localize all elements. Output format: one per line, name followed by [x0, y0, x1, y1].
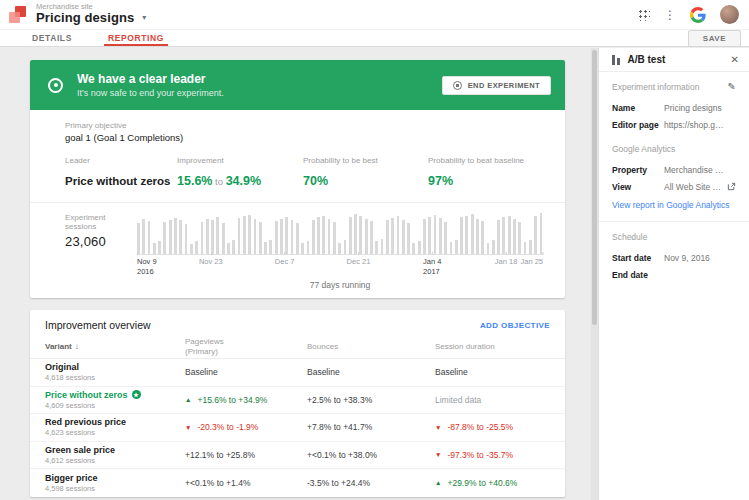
close-icon[interactable]: ✕: [731, 54, 739, 65]
variant-name: Price without zeros★: [45, 390, 185, 400]
stat-probability-to-be-best: Probability to be best70%: [303, 156, 428, 189]
metric-cell: Limited data: [435, 395, 550, 405]
trend-down-icon: ▼: [435, 451, 441, 458]
variant-sessions: 4,598 sessions: [45, 484, 185, 493]
sessions-bar: [534, 216, 537, 254]
x-tick-jan-18: Jan 18: [495, 257, 518, 267]
sessions-bar: [301, 243, 304, 254]
google-logo-icon[interactable]: [690, 7, 706, 23]
sort-descending-icon: ↓: [75, 342, 79, 351]
sessions-bar: [349, 217, 352, 254]
metric-cell: +<0.1% to +38.0%: [307, 450, 435, 460]
sessions-bar: [328, 219, 331, 254]
end-experiment-button[interactable]: END EXPERIMENT: [442, 76, 551, 95]
sessions-bar: [439, 218, 442, 254]
apps-grid-icon[interactable]: [638, 9, 650, 21]
view-report-link[interactable]: View report in Google Analytics: [612, 200, 736, 210]
sessions-bar: [391, 218, 394, 254]
sessions-bar: [259, 222, 262, 254]
scrollbar-thumb[interactable]: [592, 50, 597, 325]
table-row-red-previous-price[interactable]: Red previous price4,623 sessions▼-20.3% …: [30, 414, 565, 442]
overview-title: Improvement overview: [45, 319, 151, 331]
table-row-bigger-price[interactable]: Bigger price4,598 sessions+<0.1% to +1.4…: [30, 469, 565, 497]
open-in-new-icon[interactable]: [727, 182, 736, 191]
x-tick-jan-4: Jan 42017: [423, 257, 441, 277]
variant-cell: Red previous price4,623 sessions: [45, 417, 185, 437]
section-header: Google Analytics: [612, 144, 675, 154]
sessions-bar: [174, 218, 177, 254]
sessions-bar: [471, 214, 474, 254]
sessions-bar: [222, 223, 225, 254]
sessions-bar: [333, 222, 336, 254]
tab-details[interactable]: DETAILS: [28, 30, 76, 46]
sessions-bar: [227, 243, 230, 254]
section-header: Schedule: [612, 232, 647, 242]
optimize-report-page: Merchandise site Pricing designs ▾ ⋮ DET…: [0, 0, 749, 500]
sessions-bar: [296, 223, 299, 254]
variant-name: Green sale price: [45, 445, 185, 455]
stat-value: 70%: [303, 171, 428, 189]
stat-leader: LeaderPrice without zeros: [65, 156, 177, 189]
edit-pencil-icon[interactable]: ✎: [728, 81, 736, 92]
sessions-bar: [344, 240, 347, 254]
sessions-bar: [275, 221, 278, 254]
objective-stats: LeaderPrice without zerosImprovement15.6…: [65, 156, 545, 189]
variant-name: Bigger price: [45, 473, 185, 483]
info-value: All Web Site Data: [664, 182, 724, 192]
app-bar: Merchandise site Pricing designs ▾ ⋮: [0, 0, 749, 30]
sessions-bar: [375, 241, 378, 254]
leader-summary-card: We have a clear leader It's now safe to …: [30, 60, 565, 298]
info-row-end-date: End date: [612, 266, 736, 283]
metric-cell: ▼-87.8% to -25.5%: [435, 422, 550, 432]
info-value: Merchandise GA property: [664, 165, 724, 175]
save-button[interactable]: SAVE: [688, 30, 741, 47]
table-row-original[interactable]: Original4,618 sessionsBaselineBaselineBa…: [30, 359, 565, 387]
banner-title: We have a clear leader: [77, 71, 224, 87]
account-avatar[interactable]: [720, 5, 739, 24]
leader-star-icon: ★: [132, 390, 141, 399]
sessions-bar: [381, 239, 384, 254]
table-row-green-sale-price[interactable]: Green sale price4,612 sessions+12.1% to …: [30, 442, 565, 470]
metric-cell: Baseline: [185, 367, 307, 377]
sessions-bar: [285, 217, 288, 254]
info-row-editor-page: Editor pagehttps://shop.googleme...: [612, 116, 736, 133]
variant-cell: Green sale price4,612 sessions: [45, 445, 185, 465]
main-column: We have a clear leader It's now safe to …: [0, 48, 591, 500]
days-running-caption: 77 days running: [137, 280, 543, 290]
scrollbar[interactable]: [591, 48, 598, 500]
sessions-bar: [153, 243, 156, 254]
sessions-bar: [497, 220, 500, 254]
sessions-bar: [158, 241, 161, 254]
info-value: https://shop.googleme...: [664, 120, 724, 130]
more-options-icon[interactable]: ⋮: [664, 9, 676, 21]
sessions-bar: [179, 220, 182, 254]
ab-test-icon: [612, 55, 620, 65]
x-tick-dec-7: Dec 7: [275, 257, 295, 267]
chevron-down-icon[interactable]: ▾: [142, 14, 146, 23]
column-header-variant[interactable]: Variant↓: [45, 342, 185, 352]
divider: [599, 221, 749, 222]
add-objective-button[interactable]: ADD OBJECTIVE: [480, 321, 550, 330]
sessions-bar: [518, 222, 521, 254]
sessions-bar: [524, 242, 527, 254]
sessions-bar: [137, 223, 140, 254]
sessions-total: 23,060: [65, 234, 137, 249]
column-header-session-duration[interactable]: Session duration: [435, 342, 550, 352]
table-row-price-without-zeros[interactable]: Price without zeros★4,609 sessions▲+15.6…: [30, 387, 565, 415]
variant-cell: Bigger price4,598 sessions: [45, 473, 185, 493]
tab-reporting[interactable]: REPORTING: [104, 30, 168, 46]
sessions-bar: [307, 241, 310, 254]
experiment-sessions-section: Experiment sessions 23,060 Nov 92016Nov …: [30, 203, 565, 298]
metric-cell: +7.8% to +41.7%: [307, 422, 435, 432]
sessions-bar: [513, 219, 516, 254]
column-header-pageviews[interactable]: Pageviews(Primary): [185, 337, 307, 357]
variant-name: Red previous price: [45, 417, 185, 427]
variant-cell: Price without zeros★4,609 sessions: [45, 390, 185, 410]
sessions-bar: [407, 223, 410, 254]
sessions-bar: [465, 216, 468, 254]
improvement-overview-card: Improvement overview ADD OBJECTIVE Varia…: [30, 310, 565, 497]
column-header-bounces[interactable]: Bounces: [307, 342, 435, 352]
title-block: Merchandise site Pricing designs ▾: [36, 3, 146, 26]
sessions-bar: [365, 219, 368, 254]
sessions-bar-chart: Nov 92016Nov 23Dec 7Dec 21Jan 42017Jan 1…: [137, 213, 545, 290]
